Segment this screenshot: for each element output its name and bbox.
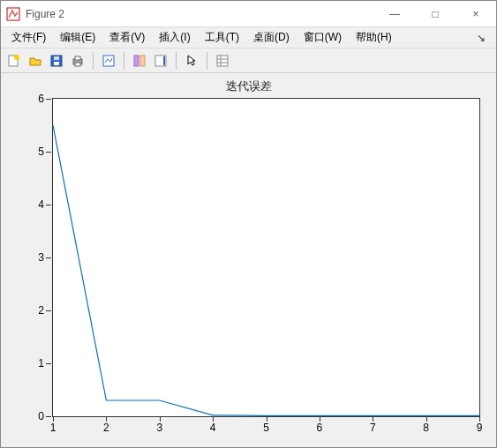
menubar: 文件(F) 编辑(E) 查看(V) 插入(I) 工具(T) 桌面(D) 窗口(W… bbox=[1, 27, 496, 49]
chart-title: 迭代误差 bbox=[1, 78, 496, 94]
y-tick-label: 3 bbox=[26, 251, 44, 264]
new-figure-icon[interactable] bbox=[4, 51, 24, 71]
svg-rect-5 bbox=[54, 56, 59, 60]
x-tick-label: 9 bbox=[477, 422, 483, 434]
plot-area: 迭代误差 0123456123456789 bbox=[1, 73, 496, 447]
y-tick bbox=[46, 363, 51, 364]
toolbar-separator bbox=[93, 52, 94, 70]
x-tick-label: 6 bbox=[317, 422, 323, 434]
svg-point-2 bbox=[14, 55, 19, 60]
save-icon[interactable] bbox=[47, 51, 66, 71]
menu-edit[interactable]: 编辑(E) bbox=[53, 28, 102, 47]
y-tick-label: 5 bbox=[26, 146, 44, 158]
svg-rect-8 bbox=[75, 63, 80, 66]
y-tick-label: 6 bbox=[26, 93, 44, 105]
insert-colorbar-icon[interactable] bbox=[151, 51, 170, 71]
x-tick-label: 4 bbox=[210, 422, 216, 434]
figure-window: Figure 2 — □ × 文件(F) 编辑(E) 查看(V) 插入(I) 工… bbox=[0, 0, 497, 448]
project-icon[interactable] bbox=[213, 51, 232, 71]
x-tick-label: 2 bbox=[103, 422, 109, 434]
axes[interactable]: 0123456123456789 bbox=[52, 98, 480, 417]
menubar-overflow-icon[interactable]: ↘ bbox=[477, 32, 493, 44]
x-tick-label: 8 bbox=[423, 422, 429, 434]
close-button[interactable]: × bbox=[456, 1, 496, 27]
svg-rect-13 bbox=[163, 56, 165, 65]
y-tick bbox=[46, 205, 51, 205]
minimize-button[interactable]: — bbox=[374, 1, 415, 27]
menu-desktop[interactable]: 桌面(D) bbox=[246, 28, 297, 47]
y-tick bbox=[46, 99, 51, 100]
link-icon[interactable] bbox=[130, 51, 149, 71]
toolbar-separator bbox=[207, 52, 207, 70]
menu-window[interactable]: 窗口(W) bbox=[297, 28, 349, 47]
window-title: Figure 2 bbox=[26, 8, 64, 20]
matlab-icon bbox=[6, 7, 20, 21]
menu-file[interactable]: 文件(F) bbox=[4, 28, 53, 47]
svg-rect-0 bbox=[7, 8, 19, 20]
toolbar-separator bbox=[124, 52, 124, 70]
y-tick bbox=[46, 310, 51, 311]
y-tick-label: 4 bbox=[26, 198, 44, 211]
toolbar bbox=[1, 49, 496, 73]
y-tick bbox=[46, 152, 51, 153]
svg-rect-4 bbox=[54, 62, 59, 65]
edit-plot-icon[interactable] bbox=[99, 51, 118, 71]
y-tick-label: 0 bbox=[26, 410, 44, 422]
y-tick-label: 2 bbox=[26, 304, 44, 317]
data-line bbox=[53, 99, 479, 416]
y-tick bbox=[46, 416, 51, 417]
toolbar-separator bbox=[176, 52, 177, 70]
svg-rect-7 bbox=[75, 56, 80, 60]
titlebar[interactable]: Figure 2 — □ × bbox=[1, 1, 496, 27]
menu-insert[interactable]: 插入(I) bbox=[152, 28, 197, 47]
x-tick-label: 1 bbox=[50, 422, 56, 434]
y-tick bbox=[46, 258, 51, 258]
y-tick-label: 1 bbox=[26, 357, 44, 370]
menu-view[interactable]: 查看(V) bbox=[102, 28, 152, 47]
svg-rect-9 bbox=[103, 56, 114, 66]
print-icon[interactable] bbox=[68, 51, 87, 71]
x-tick-label: 7 bbox=[370, 422, 376, 434]
pointer-icon[interactable] bbox=[182, 51, 201, 71]
svg-rect-11 bbox=[140, 56, 145, 66]
menu-help[interactable]: 帮助(H) bbox=[349, 28, 399, 47]
maximize-button[interactable]: □ bbox=[415, 1, 456, 27]
open-icon[interactable] bbox=[26, 51, 45, 71]
svg-rect-10 bbox=[134, 56, 139, 66]
x-tick-label: 5 bbox=[263, 422, 269, 434]
svg-rect-14 bbox=[217, 56, 228, 66]
x-tick-label: 3 bbox=[156, 422, 162, 434]
menu-tools[interactable]: 工具(T) bbox=[198, 28, 246, 47]
